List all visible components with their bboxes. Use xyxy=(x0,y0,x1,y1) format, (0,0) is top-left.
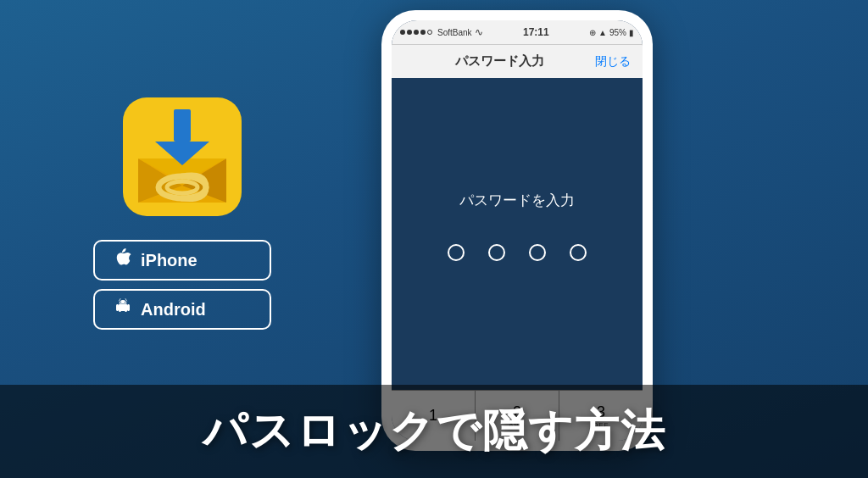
app-icon xyxy=(123,97,242,216)
nav-bar: パスワード入力 閉じる xyxy=(392,44,643,78)
store-buttons: iPhone xyxy=(93,240,271,330)
android-icon xyxy=(114,297,132,321)
svg-rect-5 xyxy=(174,109,191,142)
svg-point-10 xyxy=(120,302,121,303)
battery-label: 95% xyxy=(609,28,626,37)
carrier-label: SoftBank xyxy=(437,28,472,37)
pwd-dot-1 xyxy=(448,244,465,261)
apple-icon xyxy=(114,248,132,272)
signal-icon: ▲ xyxy=(598,28,607,37)
signal-dots xyxy=(400,30,432,35)
svg-rect-9 xyxy=(119,304,127,311)
dot1 xyxy=(400,30,405,35)
status-bar: SoftBank ∿ 17:11 ⊕ ▲ 95% ▮ xyxy=(392,20,643,44)
dot5 xyxy=(427,30,432,35)
nav-title: パスワード入力 xyxy=(455,53,544,69)
wifi-icon: ∿ xyxy=(475,26,483,38)
pwd-dot-3 xyxy=(529,244,546,261)
status-right: ⊕ ▲ 95% ▮ xyxy=(589,28,634,37)
close-button[interactable]: 閉じる xyxy=(595,54,631,69)
dot3 xyxy=(414,30,419,35)
password-dots xyxy=(448,244,587,261)
clock: 17:11 xyxy=(523,26,549,38)
iphone-label: iPhone xyxy=(141,251,198,270)
dot4 xyxy=(420,30,426,35)
password-area: パスワードを入力 xyxy=(392,78,643,390)
main-container: iPhone xyxy=(0,0,868,478)
bottom-title: パスロックで隠す方法 xyxy=(203,402,666,461)
bottom-bar: パスロックで隠す方法 xyxy=(0,385,868,478)
pwd-dot-2 xyxy=(488,244,505,261)
dot2 xyxy=(407,30,412,35)
svg-point-11 xyxy=(125,302,125,303)
pwd-dot-4 xyxy=(570,244,587,261)
svg-line-13 xyxy=(125,299,127,302)
android-button[interactable]: Android xyxy=(93,289,271,330)
status-left: SoftBank ∿ xyxy=(400,26,483,38)
password-prompt: パスワードを入力 xyxy=(459,191,575,210)
phone-screen: SoftBank ∿ 17:11 ⊕ ▲ 95% ▮ パスワード入力 閉じる xyxy=(392,20,643,441)
iphone-button[interactable]: iPhone xyxy=(93,240,271,281)
svg-line-12 xyxy=(120,299,121,302)
battery-icon: ▮ xyxy=(629,28,634,37)
location-icon: ⊕ xyxy=(589,28,596,37)
android-label: Android xyxy=(141,300,206,320)
